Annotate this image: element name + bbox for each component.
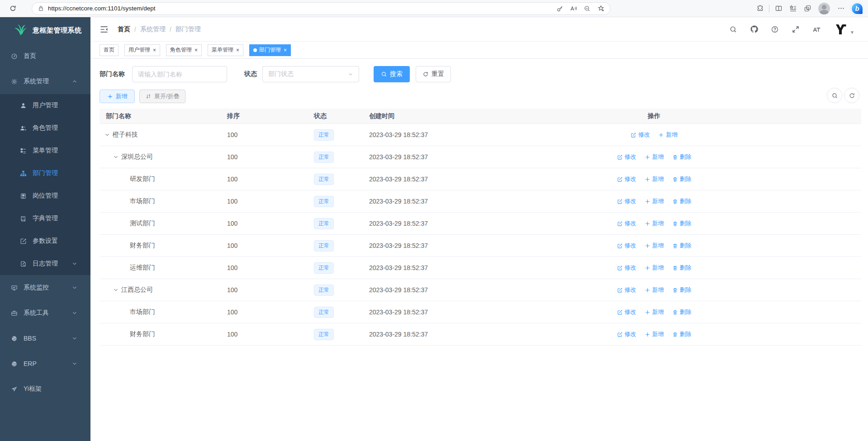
address-bar[interactable]: https://ccnetcore.com:1101/system/dept <box>32 2 611 15</box>
sort-cell: 100 <box>221 286 308 294</box>
status-select[interactable]: 部门状态 <box>262 66 359 82</box>
row-action-修改[interactable]: 修改 <box>617 308 636 316</box>
actions-cell: 修改新增 <box>610 131 698 139</box>
row-action-删除[interactable]: 删除 <box>672 153 692 161</box>
back-button[interactable] <box>5 0 21 2</box>
row-action-删除[interactable]: 删除 <box>672 175 692 183</box>
breadcrumb-system[interactable]: 系统管理 <box>140 25 166 33</box>
question-button[interactable] <box>769 24 780 35</box>
tab-菜单管理[interactable]: 菜单管理 × <box>208 44 243 56</box>
log-icon <box>20 261 27 267</box>
row-action-修改[interactable]: 修改 <box>617 219 636 228</box>
search-button[interactable]: 搜索 <box>374 66 410 82</box>
more-button[interactable] <box>834 2 848 15</box>
close-icon[interactable]: × <box>236 47 239 53</box>
row-action-修改[interactable]: 修改 <box>617 153 636 161</box>
search-button[interactable] <box>728 24 739 35</box>
favorite-add-button[interactable] <box>594 3 607 14</box>
row-action-新增[interactable]: 新增 <box>645 286 664 294</box>
action-label: 修改 <box>625 330 636 338</box>
add-dept-button[interactable]: 新增 <box>100 90 135 103</box>
text-size-button[interactable] <box>811 24 822 35</box>
user-logo-menu[interactable]: ▼ <box>834 23 854 36</box>
close-icon[interactable]: × <box>194 47 198 53</box>
row-action-新增[interactable]: 新增 <box>658 131 678 139</box>
row-action-修改[interactable]: 修改 <box>631 131 650 139</box>
sidebar-item-9[interactable]: 日志管理 <box>0 252 90 275</box>
key-button[interactable] <box>553 3 567 14</box>
sidebar-item-12[interactable]: BBS <box>0 326 90 351</box>
close-icon[interactable]: × <box>153 47 156 53</box>
refresh-table-button[interactable] <box>844 88 859 103</box>
row-action-删除[interactable]: 删除 <box>672 219 692 228</box>
sidebar-item-5[interactable]: 部门管理 <box>0 162 90 185</box>
row-action-删除[interactable]: 删除 <box>672 308 692 316</box>
row-action-新增[interactable]: 新增 <box>645 242 664 250</box>
row-action-修改[interactable]: 修改 <box>617 197 636 205</box>
sidebar-item-8[interactable]: 参数设置 <box>0 230 90 252</box>
zoom-out-button[interactable] <box>580 3 594 14</box>
sidebar-item-10[interactable]: 系统监控 <box>0 275 90 300</box>
row-action-删除[interactable]: 删除 <box>672 330 692 338</box>
breadcrumb: 首页 / 系统管理 / 部门管理 <box>118 25 201 33</box>
url-text[interactable]: https://ccnetcore.com:1101/system/dept <box>48 5 553 12</box>
row-action-删除[interactable]: 删除 <box>672 197 692 205</box>
sidebar-item-13[interactable]: ERP <box>0 351 90 376</box>
sidebar-fold-icon[interactable] <box>100 25 109 34</box>
sidebar-item-6[interactable]: 岗位管理 <box>0 185 90 207</box>
tab-首页[interactable]: 首页 <box>100 44 119 56</box>
close-icon[interactable]: × <box>284 47 287 53</box>
row-action-修改[interactable]: 修改 <box>617 175 636 183</box>
show-search-button[interactable] <box>827 88 842 103</box>
expand-row-icon[interactable] <box>113 287 119 293</box>
sidebar-item-3[interactable]: 角色管理 <box>0 117 90 139</box>
breadcrumb-home[interactable]: 首页 <box>118 25 130 33</box>
sidebar-item-1[interactable]: 系统管理 <box>0 69 90 94</box>
expand-row-icon[interactable] <box>113 154 119 160</box>
refresh-button[interactable] <box>5 2 21 15</box>
row-action-新增[interactable]: 新增 <box>645 330 664 338</box>
row-action-修改[interactable]: 修改 <box>617 264 636 272</box>
status-cell: 正常 <box>308 262 363 274</box>
row-action-新增[interactable]: 新增 <box>645 175 664 183</box>
tab-用户管理[interactable]: 用户管理 × <box>124 44 160 56</box>
app-logo[interactable]: 意框架管理系统 <box>0 17 90 43</box>
profile-avatar[interactable] <box>818 3 830 14</box>
github-button[interactable] <box>749 24 759 35</box>
row-action-新增[interactable]: 新增 <box>645 153 664 161</box>
row-action-新增[interactable]: 新增 <box>645 308 664 316</box>
expand-row-icon[interactable] <box>104 132 110 138</box>
row-action-修改[interactable]: 修改 <box>617 242 636 250</box>
fullscreen-button[interactable] <box>790 24 801 35</box>
read-aloud-button[interactable] <box>567 3 580 14</box>
sidebar-item-4[interactable]: 菜单管理 <box>0 139 90 162</box>
dept-name-cell: 橙子科技 <box>100 131 221 139</box>
sidebar-item-14[interactable]: Yi框架 <box>0 376 90 402</box>
row-action-删除[interactable]: 删除 <box>672 264 692 272</box>
breadcrumb-dept[interactable]: 部门管理 <box>175 25 201 33</box>
row-action-删除[interactable]: 删除 <box>672 286 692 294</box>
row-action-修改[interactable]: 修改 <box>617 330 636 338</box>
sidebar-item-7[interactable]: 字典管理 <box>0 207 90 230</box>
split-screen-button[interactable] <box>771 2 786 15</box>
row-action-修改[interactable]: 修改 <box>617 286 636 294</box>
sort-cell: 100 <box>221 220 308 227</box>
expand-collapse-button[interactable]: 展开/折叠 <box>139 90 185 103</box>
extensions-button[interactable] <box>753 2 767 15</box>
bing-chat-button[interactable]: b <box>851 2 863 15</box>
row-action-新增[interactable]: 新增 <box>645 219 664 228</box>
reset-button[interactable]: 重置 <box>416 66 451 82</box>
dept-name-input[interactable] <box>138 71 221 78</box>
tab-actions-button[interactable] <box>800 2 815 15</box>
row-action-删除[interactable]: 删除 <box>672 242 692 250</box>
sidebar-item-2[interactable]: 用户管理 <box>0 94 90 117</box>
sidebar-item-11[interactable]: 系统工具 <box>0 300 90 326</box>
dept-name: 橙子科技 <box>113 131 138 139</box>
collections-button[interactable] <box>786 2 800 15</box>
tab-角色管理[interactable]: 角色管理 × <box>166 44 202 56</box>
tab-部门管理[interactable]: 部门管理 × <box>249 44 291 56</box>
row-action-新增[interactable]: 新增 <box>645 264 664 272</box>
row-action-新增[interactable]: 新增 <box>645 197 664 205</box>
action-label: 删除 <box>680 308 692 316</box>
sidebar-item-0[interactable]: 首页 <box>0 43 90 69</box>
